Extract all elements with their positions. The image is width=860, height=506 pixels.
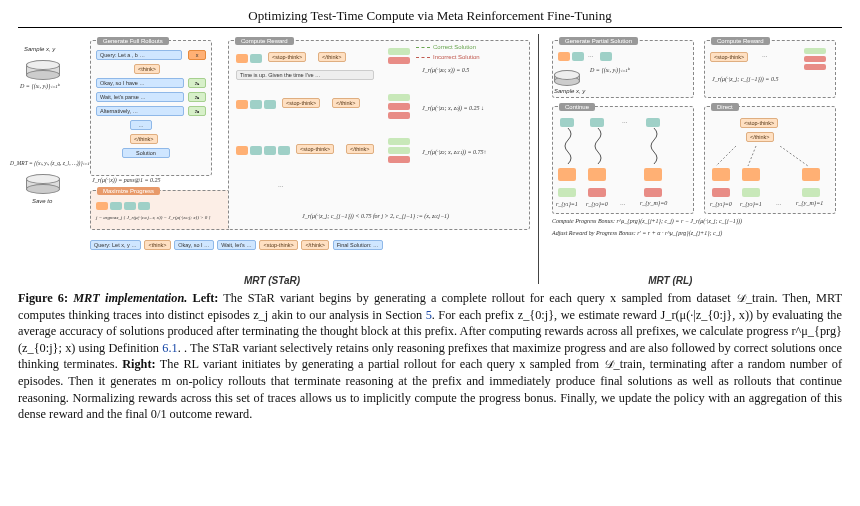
adjust-reward: Adjust Reward by Progress Bonus: r′ = r … [552,230,722,236]
box-title: Direct [711,103,739,111]
token-block [96,202,108,210]
chip-stop-think: <stop-think> [282,98,320,108]
token-block [264,146,276,155]
token-block [600,52,612,61]
r-label: r_{y₁}=0 [710,200,732,207]
solution-block [388,138,410,145]
token-block [572,52,584,61]
legend-correct: Correct Solution [416,44,476,50]
ref-definition-6-1[interactable]: 6.1 [162,341,177,355]
strip-stop: <stop-think> [259,240,297,250]
output-strip: Query: Let x, y … <think> Okay, so I … W… [90,240,520,254]
chip-timeup: Time is up. Given the time I've … [236,70,374,80]
ellipsis: … [588,52,594,58]
answer-block [742,168,760,181]
ellipsis: … [622,118,628,124]
label-argmax: j = argmax_j { J_r(μ(·|z₀:j₋₁; x)) − J_r… [96,214,210,220]
solution-block [388,112,410,119]
legend-incorrect: Incorrect Solution [416,54,480,60]
chip-z3: z₃ [188,106,206,116]
caption-right-label: Right: [122,357,155,371]
label-Jr-4: J_r(μ(·|z_j; c_{j−1})) < 0.75 for j > 2,… [302,212,449,219]
box-title: Continue [559,103,595,111]
outcome-block [802,188,820,197]
token-block [236,146,248,155]
caption-left-label: Left: [192,291,218,305]
box-title: Maximize Progress [97,187,160,195]
panel-divider [538,34,539,284]
chip-stop-think: <stop-think> [296,144,334,154]
chip-query: Query: Let a , b … [96,50,182,60]
chip-stop-think: <stop-think> [710,52,748,62]
token-block [264,100,276,109]
strip-query: Query: Let x, y … [90,240,141,250]
answer-block [712,168,730,181]
sample-xy-label: Sample x, y [24,46,55,52]
legend-incorrect-text: Incorrect Solution [433,54,480,60]
dataset-D-label: D = {(xᵢ, yᵢ)}ᵢ₌₁ᵇ [20,82,60,89]
solution-block [388,147,410,154]
chip-stop-think: <stop-think> [268,52,306,62]
token-block [558,52,570,61]
solution-block [388,94,410,101]
label-Jr-rl: J_r(μ(·|z_j; c_{j−1})) = 0.5 [712,76,778,82]
solution-block [804,56,826,62]
strip-think: <think> [144,240,170,250]
token-block [124,202,136,210]
strip-final: Final Solution: … [333,240,383,250]
label-Jr-1: J_r(μ(·|z₀; x)) = 0.5 [422,66,469,73]
ellipsis: … [762,52,768,58]
chip-think-close: </think> [130,134,158,144]
answer-block [802,168,820,181]
wavy-path-icon [560,128,580,164]
token-block [278,146,290,155]
answer-block [644,168,662,181]
panel-label-right: MRT (RL) [514,275,827,286]
box-title: Compute Reward [711,37,770,45]
outcome-block [558,188,576,197]
chip-line-1: Okay, so I have … [96,78,184,88]
solution-block [804,64,826,70]
sample-xy-rl: Sample x, y [554,88,585,94]
outcome-block [712,188,730,197]
token-block [560,118,574,127]
r-label: r_{y₁}=1 [556,200,578,207]
r-label: … [776,200,782,206]
answer-block [558,168,576,181]
r-label: r_{y₂}=0 [586,200,608,207]
chip-think-close: </think> [332,98,360,108]
token-block [646,118,660,127]
paper-running-title: Optimizing Test-Time Compute via Meta Re… [18,8,842,24]
legend-correct-text: Correct Solution [433,44,476,50]
r-label: r_{y₂}=1 [740,200,762,207]
chip-line-2: Wait, let's parse … [96,92,184,102]
r-label: r_{y_m}=0 [640,200,667,206]
r-label: … [620,200,626,206]
dotted-line-icon [742,146,762,168]
label-Jmu-pass: J_r(μ(·|x)) = pass@1 = 0.25 [92,177,161,183]
token-block [250,54,262,63]
label-D-partial: D = {(xᵢ, yᵢ)}ᵢ₌₁ᵇ [590,66,630,73]
chip-z1: z₁ [188,78,206,88]
chip-think-close: </think> [318,52,346,62]
box-compute-reward-left: Compute Reward [228,40,530,230]
caption-fig-no: Figure 6: [18,291,68,305]
label-Jr-3: J_r(μ(·|z₂; x, z₀:₁)) = 0.75↑ [422,148,487,155]
wavy-path-icon [646,128,666,164]
token-block [236,100,248,109]
token-block [236,54,248,63]
token-block [250,100,262,109]
wavy-path-icon [590,128,610,164]
solution-block [388,156,410,163]
box-title: Generate Partial Solution [559,37,638,45]
chip-think-close: </think> [346,144,374,154]
dotted-line-icon [712,146,740,168]
box-title: Compute Reward [235,37,294,45]
dataset-Dmrt-label: D_MRT = {(xᵢ, yᵢ, (z_q, z_l, …))}ᵢ₌₁ᵇ [10,160,91,166]
figure-6: Sample x, y D = {(xᵢ, yᵢ)}ᵢ₌₁ᵇ D_MRT = {… [18,34,842,284]
box-title: Generate Full Rollouts [97,37,169,45]
outcome-block [588,188,606,197]
strip-okay: Okay, so I … [174,240,213,250]
solution-block [388,103,410,110]
chip-solution: Solution [122,148,170,158]
